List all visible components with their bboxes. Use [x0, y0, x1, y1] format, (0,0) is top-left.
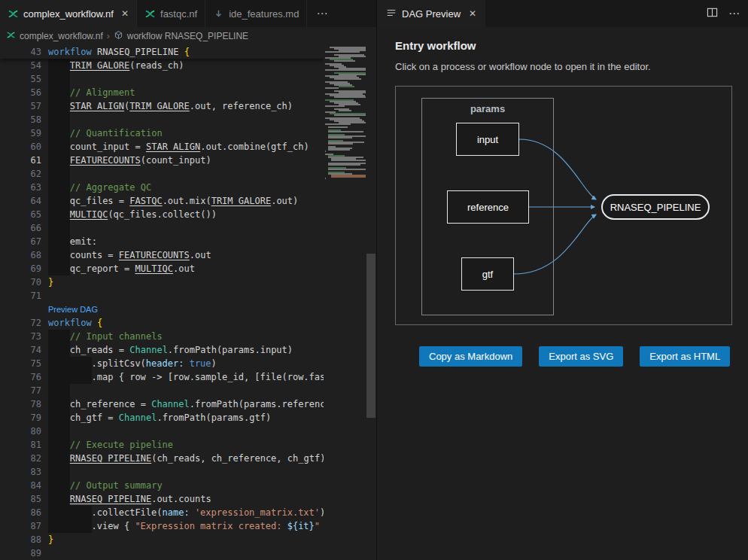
- indent-highlight: [48, 208, 70, 221]
- panel-hint: Click on a process or workflow node to o…: [395, 61, 732, 72]
- line-number: 85: [0, 492, 41, 506]
- code-text: [41, 289, 324, 303]
- indent-highlight: [48, 72, 70, 86]
- indent-highlight: [48, 479, 70, 492]
- code-area[interactable]: 54TRIM_GALORE(reads_ch)5556// Alignment5…: [0, 45, 324, 560]
- code-line[interactable]: 65MULTIQC(qc_files.collect()): [0, 208, 324, 221]
- code-line[interactable]: 66: [0, 221, 324, 235]
- code-line[interactable]: 72workflow {: [0, 316, 324, 330]
- code-line[interactable]: 64qc_files = FASTQC.out.mix(TRIM_GALORE.…: [0, 194, 324, 208]
- code-line[interactable]: 69qc_report = MULTIQC.out: [0, 262, 324, 275]
- code-line[interactable]: 88}: [0, 533, 324, 546]
- code-text: ch_reference = Channel.fromPath(params.r…: [41, 397, 324, 411]
- minimap-line: [328, 169, 366, 170]
- code-line[interactable]: 83: [0, 465, 324, 479]
- code-text: count_input = STAR_ALIGN.out.combine(gtf…: [41, 140, 324, 154]
- code-line[interactable]: 85RNASEQ_PIPELINE.out.counts: [0, 492, 324, 506]
- code-text: [41, 384, 324, 397]
- more-actions-icon[interactable]: ⋯: [728, 7, 740, 20]
- indent-highlight: [48, 154, 70, 167]
- split-editor-icon[interactable]: [707, 7, 718, 21]
- line-number: 72: [0, 316, 41, 330]
- line-number: 63: [0, 181, 41, 194]
- code-line[interactable]: 58: [0, 113, 324, 126]
- code-text: workflow {: [41, 316, 324, 330]
- code-line[interactable]: 77: [0, 384, 324, 397]
- code-line[interactable]: 60count_input = STAR_ALIGN.out.combine(g…: [0, 140, 324, 154]
- line-number: 84: [0, 479, 41, 492]
- code-text: // Execute pipeline: [41, 438, 324, 452]
- code-line[interactable]: 79ch_gtf = Channel.fromPath(params.gtf): [0, 411, 324, 425]
- breadcrumb-symbol[interactable]: workflow RNASEQ_PIPELINE: [127, 31, 248, 41]
- minimap-line: [328, 149, 349, 151]
- code-line[interactable]: 89: [0, 546, 324, 560]
- line-number: 88: [0, 533, 41, 546]
- code-line[interactable]: 75.splitCsv(header: true): [0, 357, 324, 370]
- code-line[interactable]: 78ch_reference = Channel.fromPath(params…: [0, 397, 324, 411]
- tab-close-icon[interactable]: ✕: [121, 8, 129, 19]
- scrollbar-thumb[interactable]: [366, 254, 376, 418]
- code-text: qc_report = MULTIQC.out: [41, 262, 324, 275]
- editor[interactable]: 54TRIM_GALORE(reads_ch)5556// Alignment5…: [0, 45, 376, 560]
- editor-tab-fastqc-nf[interactable]: fastqc.nf: [137, 0, 205, 27]
- line-number: 80: [0, 425, 41, 438]
- breadcrumb-file[interactable]: complex_workflow.nf: [20, 31, 103, 41]
- code-line[interactable]: 80: [0, 425, 324, 438]
- close-icon[interactable]: ✕: [469, 8, 476, 19]
- panel-title: Entry workflow: [395, 39, 732, 52]
- indent-highlight: [48, 167, 70, 181]
- editor-tab-ide-features-md[interactable]: ide_features.md: [205, 0, 307, 27]
- editor-tab-complex-workflow-nf[interactable]: complex_workflow.nf✕: [0, 0, 137, 27]
- code-line[interactable]: 62: [0, 167, 324, 181]
- code-line[interactable]: 70}: [0, 275, 324, 289]
- code-line[interactable]: 55: [0, 72, 324, 86]
- indent-highlight: [48, 86, 70, 99]
- line-number: 67: [0, 235, 41, 248]
- export-as-html-button[interactable]: Export as HTML: [640, 346, 730, 367]
- line-number: [0, 303, 41, 316]
- code-line[interactable]: 56// Alignment: [0, 86, 324, 99]
- code-line[interactable]: 71: [0, 289, 324, 303]
- code-line[interactable]: 86.collectFile(name: 'expression_matrix.…: [0, 506, 324, 519]
- cluster-label: params: [422, 99, 553, 114]
- minimap[interactable]: [324, 45, 366, 560]
- nextflow-icon: [144, 8, 156, 20]
- code-line[interactable]: 74ch_reads = Channel.fromPath(params.inp…: [0, 343, 324, 357]
- code-line[interactable]: 84// Output summary: [0, 479, 324, 492]
- minimap-line: [334, 60, 355, 62]
- code-line[interactable]: 73// Input channels: [0, 330, 324, 343]
- node-input[interactable]: input: [456, 123, 519, 156]
- export-as-svg-button[interactable]: Export as SVG: [539, 346, 623, 367]
- sticky-line[interactable]: 43workflow RNASEQ_PIPELINE {: [0, 45, 324, 59]
- sticky-scroll[interactable]: 43workflow RNASEQ_PIPELINE {: [0, 45, 324, 59]
- indent-highlight: [48, 140, 70, 154]
- code-line[interactable]: 59// Quantification: [0, 126, 324, 140]
- minimap-line: [331, 160, 366, 161]
- indent-highlight: [48, 492, 70, 506]
- line-number: 60: [0, 140, 41, 154]
- line-number: 70: [0, 275, 41, 289]
- code-line[interactable]: 68counts = FEATURECOUNTS.out: [0, 248, 324, 262]
- copy-as-markdown-button[interactable]: Copy as Markdown: [419, 346, 522, 367]
- node-reference[interactable]: reference: [447, 190, 529, 224]
- markdown-icon: [213, 8, 224, 20]
- indent-highlight: [48, 221, 70, 235]
- code-line[interactable]: 87.view { "Expression matrix created: ${…: [0, 519, 324, 533]
- code-line[interactable]: 54TRIM_GALORE(reads_ch): [0, 59, 324, 72]
- tab-dag-preview[interactable]: DAG Preview ✕: [377, 0, 485, 27]
- code-line[interactable]: 67emit:: [0, 235, 324, 248]
- code-text: TRIM_GALORE(reads_ch): [41, 59, 324, 72]
- code-line[interactable]: 76.map { row -> [row.sample_id, [file(ro…: [0, 370, 324, 384]
- code-line[interactable]: 82RNASEQ_PIPELINE(ch_reads, ch_reference…: [0, 452, 324, 465]
- codelens-row[interactable]: Preview DAG: [0, 303, 324, 316]
- more-tabs-button[interactable]: ⋯: [307, 0, 336, 27]
- node-gtf[interactable]: gtf: [461, 257, 514, 291]
- code-line[interactable]: 81// Execute pipeline: [0, 438, 324, 452]
- code-line[interactable]: 61FEATURECOUNTS(count_input): [0, 154, 324, 167]
- editor-scrollbar[interactable]: [366, 45, 376, 560]
- node-rnaseq-pipeline[interactable]: RNASEQ_PIPELINE: [601, 194, 710, 220]
- code-line[interactable]: 57STAR_ALIGN(TRIM_GALORE.out, reference_…: [0, 99, 324, 113]
- codelens-preview-dag[interactable]: Preview DAG: [48, 305, 98, 314]
- minimap-line: [325, 105, 345, 107]
- code-line[interactable]: 63// Aggregate QC: [0, 181, 324, 194]
